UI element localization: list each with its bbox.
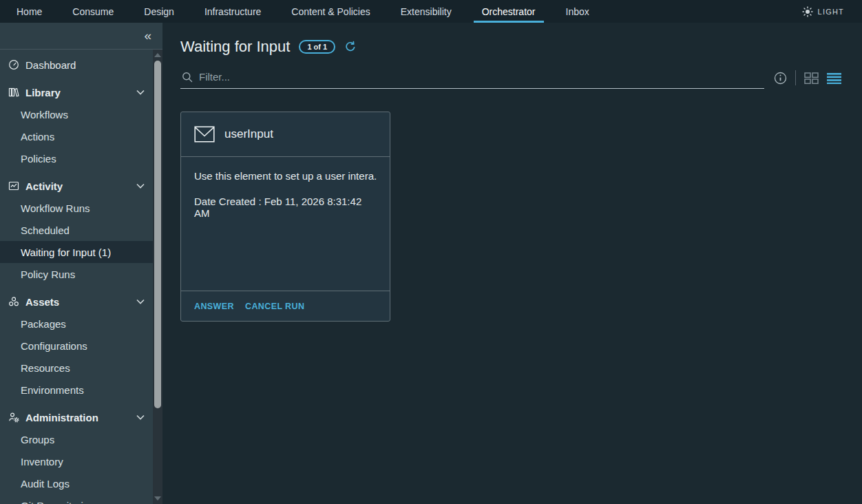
nav-tab-home[interactable]: Home: [1, 0, 57, 23]
sidebar-item-configurations[interactable]: Configurations: [0, 335, 153, 357]
sidebar-item-actions[interactable]: Actions: [0, 125, 153, 147]
chevron-down-icon: [136, 183, 145, 189]
sidebar-item-label: Actions: [21, 131, 54, 143]
sidebar-item-dashboard[interactable]: Dashboard: [0, 54, 153, 76]
top-navigation: Home Consume Design Infrastructure Conte…: [0, 0, 862, 23]
sidebar-item-workflows[interactable]: Workflows: [0, 103, 153, 125]
sidebar-item-label: Configurations: [21, 340, 87, 352]
page-title: Waiting for Input: [180, 38, 290, 56]
sidebar-scrollbar[interactable]: [153, 50, 162, 504]
sidebar-item-policies[interactable]: Policies: [0, 147, 153, 169]
sun-icon: [802, 6, 813, 17]
sidebar-item-label: Workflows: [21, 109, 68, 120]
nav-tab-infrastructure[interactable]: Infrastructure: [189, 0, 276, 23]
activity-chart-icon: [8, 180, 19, 191]
sidebar-item-label: Scheduled: [21, 224, 70, 236]
user-input-card[interactable]: userInput Use this element to set up a u…: [180, 112, 390, 322]
sidebar-section-label: Administration: [25, 412, 98, 423]
card-description: Use this element to set up a user intera…: [194, 170, 377, 182]
card-title: userInput: [224, 127, 273, 141]
sidebar-item-scheduled[interactable]: Scheduled: [0, 219, 153, 241]
sidebar-item-label: Dashboard: [25, 59, 76, 71]
nav-tab-extensibility[interactable]: Extensibility: [386, 0, 467, 23]
card-footer: ANSWER CANCEL RUN: [181, 291, 390, 321]
sidebar-item-label: Policy Runs: [21, 269, 75, 280]
nav-tab-orchestrator[interactable]: Orchestrator: [467, 0, 551, 23]
refresh-icon[interactable]: [344, 41, 357, 53]
scroll-down-arrow[interactable]: [154, 496, 161, 501]
theme-toggle-label: LIGHT: [818, 8, 844, 16]
sidebar-item-label: Git Repositories: [21, 500, 94, 504]
sidebar: « Dashboard: [0, 23, 162, 504]
sidebar-section-administration[interactable]: Administration: [0, 406, 153, 428]
nav-tab-consume[interactable]: Consume: [57, 0, 129, 23]
sidebar-item-label: Workflow Runs: [21, 202, 90, 214]
sidebar-item-policy-runs[interactable]: Policy Runs: [0, 263, 153, 285]
count-badge: 1 of 1: [299, 40, 335, 54]
main-content: Waiting for Input 1 of 1: [162, 23, 862, 504]
sidebar-item-resources[interactable]: Resources: [0, 357, 153, 379]
sidebar-item-environments[interactable]: Environments: [0, 379, 153, 401]
filter-input[interactable]: [199, 71, 763, 83]
sidebar-section-library[interactable]: Library: [0, 81, 153, 103]
toolbar-divider: [795, 70, 796, 85]
filter-field[interactable]: [180, 71, 764, 89]
sidebar-item-groups[interactable]: Groups: [0, 428, 153, 450]
gauge-icon: [8, 59, 19, 70]
card-view-icon[interactable]: [804, 72, 819, 84]
sidebar-item-workflow-runs[interactable]: Workflow Runs: [0, 197, 153, 219]
answer-button[interactable]: ANSWER: [194, 302, 234, 311]
sidebar-item-label: Audit Logs: [21, 478, 70, 490]
top-nav-items: Home Consume Design Infrastructure Conte…: [0, 0, 605, 23]
list-view-icon[interactable]: [827, 72, 841, 84]
collapse-sidebar-icon[interactable]: «: [144, 28, 151, 43]
search-icon: [182, 72, 193, 83]
sidebar-item-label: Packages: [21, 318, 66, 330]
sidebar-item-label: Policies: [21, 153, 56, 165]
nav-tab-inbox[interactable]: Inbox: [551, 0, 605, 23]
sidebar-section-label: Activity: [25, 180, 63, 192]
scrollbar-thumb[interactable]: [154, 61, 161, 408]
sidebar-section-activity[interactable]: Activity: [0, 175, 153, 197]
sidebar-item-audit-logs[interactable]: Audit Logs: [0, 472, 153, 494]
user-gear-icon: [8, 412, 19, 423]
info-icon[interactable]: [774, 72, 787, 85]
scroll-up-arrow[interactable]: [154, 53, 161, 57]
card-body: Use this element to set up a user intera…: [181, 157, 390, 291]
sidebar-item-packages[interactable]: Packages: [0, 313, 153, 335]
sidebar-item-label: Resources: [21, 362, 70, 374]
sidebar-item-label: Waiting for Input (1): [21, 246, 111, 258]
cancel-run-button[interactable]: CANCEL RUN: [245, 302, 304, 311]
chevron-down-icon: [136, 414, 145, 420]
chevron-down-icon: [136, 299, 145, 304]
sidebar-item-label: Environments: [21, 384, 84, 396]
sidebar-section-assets[interactable]: Assets: [0, 291, 153, 313]
nav-tab-design[interactable]: Design: [129, 0, 189, 23]
sidebar-item-inventory[interactable]: Inventory: [0, 450, 153, 472]
books-icon: [8, 87, 19, 98]
sidebar-item-label: Groups: [21, 434, 54, 445]
card-date-created: Date Created : Feb 11, 2026 8:31:42 AM: [194, 196, 377, 219]
sidebar-section-label: Library: [25, 87, 61, 98]
sidebar-item-label: Inventory: [21, 456, 63, 468]
theme-toggle[interactable]: LIGHT: [802, 0, 862, 23]
sidebar-nav: Dashboard Library Workflows: [0, 50, 153, 504]
blocks-group-icon: [8, 296, 19, 307]
sidebar-item-git-repositories[interactable]: Git Repositories: [0, 494, 153, 504]
nav-tab-content-policies[interactable]: Content & Policies: [276, 0, 385, 23]
sidebar-item-waiting-for-input[interactable]: Waiting for Input (1): [0, 241, 153, 263]
card-header: userInput: [181, 112, 390, 157]
chevron-down-icon: [136, 90, 145, 95]
sidebar-header: «: [0, 23, 162, 50]
sidebar-section-label: Assets: [25, 296, 59, 308]
envelope-icon: [194, 126, 215, 143]
